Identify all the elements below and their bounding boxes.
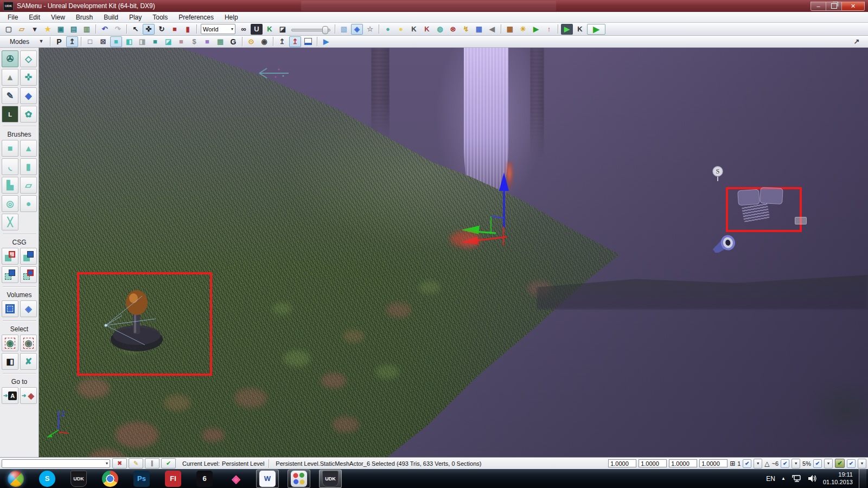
rotate-tool-icon[interactable]: ↻ — [156, 24, 168, 35]
undo-icon[interactable]: ↶ — [99, 24, 111, 35]
taskbar-chrome[interactable] — [102, 471, 118, 487]
brush-sphere-icon[interactable]: ● — [20, 195, 37, 212]
brush-cube-icon[interactable]: ■ — [2, 140, 18, 157]
start-button[interactable] — [8, 471, 24, 487]
brush-spiral-stair-icon[interactable]: ◎ — [2, 195, 18, 212]
build-lighting-icon[interactable]: ☀ — [517, 24, 529, 35]
menu-play[interactable]: Play — [124, 12, 147, 22]
csg-deintersect-icon[interactable] — [20, 266, 37, 283]
lock-icon[interactable]: ⊙ — [245, 36, 257, 47]
invert-selection-icon[interactable]: ◧ — [2, 353, 18, 370]
kismet-debug-icon[interactable]: K — [574, 24, 586, 35]
goto-builder-icon[interactable]: ➜◆ — [20, 387, 37, 404]
taskbar-word-frame[interactable]: W — [256, 470, 279, 488]
brush-curved-stair-icon[interactable]: ◟ — [2, 158, 18, 175]
transform-field-scale[interactable] — [699, 459, 727, 467]
menu-build[interactable]: Build — [98, 12, 124, 22]
taskbar-image-editor-frame[interactable] — [288, 470, 310, 488]
wire-cube-x-icon[interactable]: ⊠ — [97, 36, 109, 47]
cube-left-icon[interactable]: ◧ — [123, 36, 135, 47]
transform-field-z[interactable] — [669, 459, 697, 467]
kismet-find-icon[interactable]: K — [408, 24, 420, 35]
csg-add-icon[interactable] — [2, 248, 18, 265]
rotation-grid-dropdown[interactable]: ▼ — [792, 459, 800, 468]
restore-button[interactable] — [826, 2, 842, 11]
eye-icon[interactable]: ◉ — [258, 36, 270, 47]
build-all-icon[interactable]: ↑ — [543, 24, 555, 35]
decal-arrow-icon[interactable]: ↯ — [460, 24, 472, 35]
menu-file[interactable]: File — [2, 12, 23, 22]
play-in-viewport-icon[interactable]: ▶ — [561, 24, 573, 35]
widget-toggle-icon[interactable]: ↥ — [276, 36, 288, 47]
drag-grid-checkbox[interactable]: ✔ — [743, 459, 751, 468]
star-outline-icon[interactable]: ☆ — [364, 24, 376, 35]
camera-speed-slider[interactable] — [291, 25, 330, 34]
new-file-icon[interactable]: ▢ — [3, 24, 15, 35]
select-none-icon[interactable]: ✘ — [20, 353, 37, 370]
brush-widget-icon[interactable]: ↥ — [66, 36, 78, 47]
autosave-checkbox[interactable]: ✔ — [847, 459, 856, 468]
taskbar-skype[interactable]: S — [39, 471, 55, 487]
no-collision-icon[interactable]: ⊗ — [447, 24, 459, 35]
brush-volumetric-icon[interactable]: ╳ — [2, 214, 18, 230]
csg-intersect-icon[interactable] — [2, 266, 18, 283]
search-binoculars-icon[interactable]: ∞ — [238, 24, 250, 35]
menu-view[interactable]: View — [46, 12, 71, 22]
geometry-mode-icon[interactable]: ◇ — [20, 50, 37, 67]
viewport-3d[interactable]: S Z — [39, 48, 868, 457]
red-cross-button[interactable]: ✖ — [112, 458, 127, 468]
foliage-mode-icon[interactable]: ✿ — [20, 106, 37, 123]
scale-snap-checkbox[interactable]: ✔ — [813, 459, 822, 468]
static-mesh-mode-icon[interactable]: ◆ — [20, 87, 37, 104]
status-combo[interactable]: ▾ — [2, 459, 110, 468]
speaker-mesh[interactable] — [710, 234, 740, 253]
redock-window-icon[interactable]: ↗ — [851, 36, 863, 47]
slider-thumb[interactable] — [322, 26, 328, 34]
save-all-icon[interactable]: ▤ — [68, 24, 80, 35]
cube-purple-icon[interactable]: ■ — [201, 36, 213, 47]
sound-sprite[interactable]: S — [712, 166, 723, 181]
goto-actor-icon[interactable]: ➜A — [2, 387, 18, 404]
brush-stair-icon[interactable]: ▙ — [2, 177, 18, 194]
taskbar-udk[interactable]: UDK — [71, 471, 87, 487]
clock[interactable]: 19:11 01.10.2013 — [823, 471, 853, 486]
taskbar-udk-active[interactable]: UDK — [322, 471, 339, 487]
transform-field-x[interactable] — [608, 459, 636, 467]
solid-cube-icon[interactable]: ■ — [110, 36, 122, 47]
brush-swatch-icon[interactable] — [302, 36, 314, 47]
hide-selected-icon[interactable]: ◉ — [20, 335, 37, 351]
coordinate-system-select[interactable]: World▾ — [201, 24, 235, 34]
show-desktop-button[interactable] — [859, 469, 866, 488]
translate-tool-icon[interactable]: ✜ — [143, 24, 155, 35]
texture-align-icon[interactable]: ✜ — [20, 69, 37, 86]
terrain-mode-icon[interactable]: ▲ — [2, 69, 18, 86]
letter-g-button[interactable]: G — [227, 36, 239, 47]
menu-tools[interactable]: Tools — [147, 12, 173, 22]
blocking-volume-icon[interactable]: ◈ — [20, 300, 37, 317]
geometry-edit-icon[interactable]: ✎ — [2, 87, 18, 104]
open-dropdown-icon[interactable]: ▾ — [29, 24, 41, 35]
show-selected-icon[interactable]: ◉ — [2, 335, 18, 351]
wire-cube-icon[interactable]: □ — [84, 36, 96, 47]
play-level-button[interactable]: ▶ — [587, 24, 605, 35]
build-paths-icon[interactable]: ▶ — [530, 24, 542, 35]
sound-speaker-icon[interactable]: ◀ — [486, 24, 498, 35]
content-browser-icon[interactable]: U — [251, 24, 263, 35]
minimize-button[interactable]: – — [810, 2, 826, 11]
autosave-dropdown[interactable]: ▼ — [858, 459, 866, 468]
brush-paint-button[interactable]: ✎ — [129, 458, 143, 468]
close-button[interactable]: ✕ — [842, 2, 865, 11]
language-indicator[interactable]: EN — [766, 475, 775, 483]
hidden-icons-button[interactable]: ▲ — [781, 476, 786, 481]
landscape-mode-icon[interactable]: L — [2, 106, 18, 123]
cube-mauve-icon[interactable]: ■ — [175, 36, 187, 47]
speech-sphere-icon[interactable]: ◍ — [434, 24, 446, 35]
translucent-cube-icon[interactable]: ▧ — [338, 24, 350, 35]
scale-snap-dropdown[interactable]: ▼ — [824, 459, 833, 468]
open-folder-icon[interactable]: ▱ — [16, 24, 28, 35]
network-icon[interactable] — [792, 474, 801, 483]
csg-subtract-icon[interactable] — [20, 248, 37, 265]
modes-dropdown-icon[interactable]: ▼ — [35, 36, 47, 47]
joystick-mesh[interactable] — [91, 281, 188, 362]
save-icon[interactable]: ▣ — [55, 24, 67, 35]
